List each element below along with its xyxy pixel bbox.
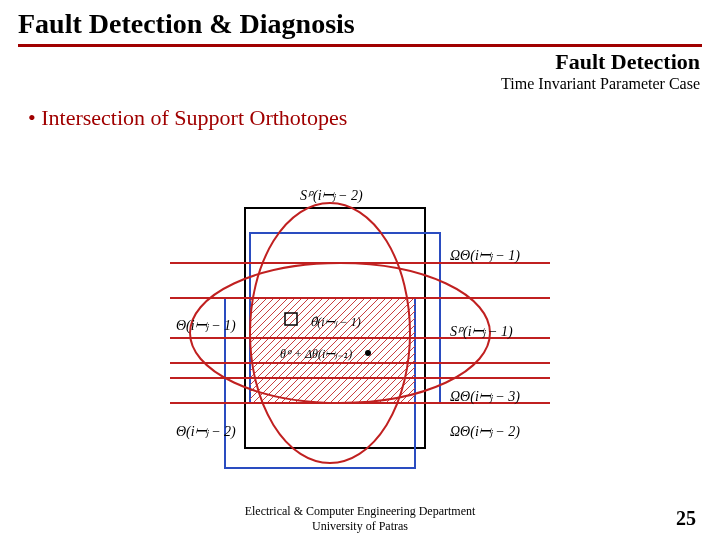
label-Theta-i-1: Θ(i𝄩ⱼ − 1) bbox=[176, 318, 236, 334]
orthotope-diagram: Sᵖ(i𝄩ⱼ − 2) ΩΘ(i𝄩ⱼ − 1) Sᵖ(i𝄩ⱼ − 1) ΩΘ(i… bbox=[170, 178, 550, 478]
page-number: 25 bbox=[676, 507, 696, 530]
svg-point-12 bbox=[365, 350, 371, 356]
footer-line1: Electrical & Computer Engineering Depart… bbox=[0, 504, 720, 519]
label-OmegaTheta-i-3: ΩΘ(i𝄩ⱼ − 3) bbox=[450, 389, 520, 405]
footer-line2: University of Patras bbox=[0, 519, 720, 534]
label-theta-hat: θ̂(i𝄩ⱼ − 1) bbox=[310, 315, 361, 329]
label-Sp-i-1: Sᵖ(i𝄩ⱼ − 1) bbox=[450, 324, 513, 340]
label-Sp-i-2: Sᵖ(i𝄩ⱼ − 2) bbox=[300, 188, 363, 204]
section-heading: Fault Detection bbox=[0, 49, 720, 75]
section-subtitle: Time Invariant Parameter Case bbox=[0, 75, 720, 93]
label-theta-delta: θᵒ + Δθ(i𝄩ⱼ₋₁) bbox=[280, 347, 352, 361]
label-Theta-i-2: Θ(i𝄩ⱼ − 2) bbox=[176, 424, 236, 440]
bullet-item: Intersection of Support Orthotopes bbox=[0, 93, 720, 131]
label-OmegaTheta-i-2: ΩΘ(i𝄩ⱼ − 2) bbox=[450, 424, 520, 440]
label-OmegaTheta-i-1: ΩΘ(i𝄩ⱼ − 1) bbox=[450, 248, 520, 264]
footer: Electrical & Computer Engineering Depart… bbox=[0, 504, 720, 534]
title-rule bbox=[18, 44, 702, 47]
slide-title: Fault Detection & Diagnosis bbox=[0, 0, 720, 44]
